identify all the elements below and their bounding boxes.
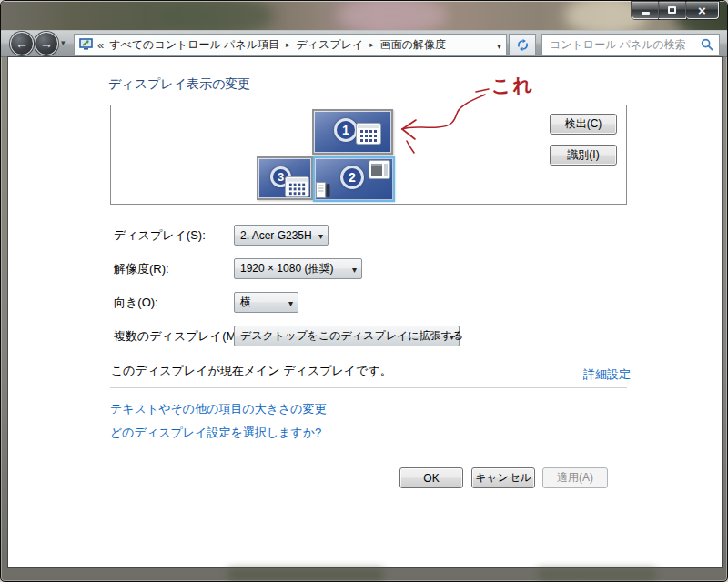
apply-button[interactable]: 適用(A) xyxy=(542,467,608,488)
search-icon[interactable] xyxy=(701,38,713,51)
keypad-icon xyxy=(285,176,309,197)
monitor-2-number: 2 xyxy=(340,166,364,189)
ok-button[interactable]: OK xyxy=(399,467,463,488)
main-display-note: このディスプレイが現在メイン ディスプレイです。 xyxy=(111,363,392,379)
glass-blur-blob xyxy=(228,568,383,581)
minimize-button[interactable] xyxy=(632,2,659,19)
display-select-value: 2. Acer G235H xyxy=(240,229,312,242)
chevron-down-icon: ▾ xyxy=(450,332,454,342)
glass-blur-blob xyxy=(338,1,447,30)
identify-button[interactable]: 識別(I) xyxy=(550,145,617,166)
chevrons-left-icon[interactable]: « xyxy=(97,38,104,52)
keypad-icon xyxy=(356,123,381,145)
search-box xyxy=(541,34,720,55)
chevron-down-icon: ▾ xyxy=(288,298,293,308)
back-icon: ← xyxy=(15,36,28,51)
monitor-2-selected[interactable]: 2 xyxy=(313,156,395,202)
breadcrumb: « すべてのコントロール パネル項目 ▸ ディスプレイ ▸ 画面の解像度 ▾ xyxy=(74,34,507,55)
title-bar xyxy=(1,1,728,30)
which-display-settings-link[interactable]: どのディスプレイ設定を選択しますか? xyxy=(110,425,321,441)
orientation-select[interactable]: 横 ▾ xyxy=(234,292,298,313)
monitor-1-number: 1 xyxy=(334,118,358,142)
close-icon: × xyxy=(698,4,706,17)
search-input[interactable] xyxy=(542,38,701,51)
screen-resolution-icon xyxy=(79,38,94,51)
multiple-displays-label: 複数のディスプレイ(M): xyxy=(114,328,243,345)
forward-button[interactable]: → xyxy=(35,32,58,55)
page-title: ディスプレイ表示の変更 xyxy=(108,76,250,93)
resolution-label: 解像度(R): xyxy=(114,261,169,277)
monitor-1[interactable]: 1 xyxy=(312,109,393,155)
multiple-displays-select-value: デスクトップをこのディスプレイに拡張する xyxy=(240,328,463,344)
screen-resolution-window: × ← → ▾ « すべてのコントロール パネル項目 ▸ ディスプレイ ▸ 画面… xyxy=(0,0,728,582)
advanced-settings-link[interactable]: 詳細設定 xyxy=(583,366,631,383)
text-size-link[interactable]: テキストやその他の項目の大きさの変更 xyxy=(110,401,327,417)
orientation-label: 向き(O): xyxy=(114,295,158,311)
detect-button[interactable]: 検出(C) xyxy=(550,114,617,135)
resolution-select-value: 1920 × 1080 (推奨) xyxy=(240,261,333,276)
window-controls: × xyxy=(632,2,719,19)
glass-blur-blob xyxy=(156,1,274,30)
display-select[interactable]: 2. Acer G235H ▾ xyxy=(234,225,329,246)
window-panel-icon xyxy=(369,160,390,179)
monitor-3[interactable]: 3 xyxy=(257,156,313,200)
breadcrumb-separator-icon: ▸ xyxy=(286,40,290,49)
phone-device-icon xyxy=(316,180,331,200)
navigation-bar: ← → ▾ « すべてのコントロール パネル項目 ▸ ディスプレイ ▸ 画面の解… xyxy=(1,30,728,57)
refresh-button[interactable] xyxy=(509,34,536,55)
maximize-button[interactable] xyxy=(659,2,686,19)
close-button[interactable]: × xyxy=(686,2,719,19)
multiple-displays-select[interactable]: デスクトップをこのディスプレイに拡張する ▾ xyxy=(234,326,460,346)
glass-highlight xyxy=(1,1,728,2)
recent-pages-dropdown[interactable]: ▾ xyxy=(61,38,66,47)
divider xyxy=(110,387,627,388)
breadcrumb-item-display[interactable]: ディスプレイ xyxy=(296,37,363,53)
annotation-kore-text: これ xyxy=(491,72,535,99)
maximize-icon xyxy=(668,6,676,14)
cancel-button[interactable]: キャンセル xyxy=(471,467,535,488)
resolution-select[interactable]: 1920 × 1080 (推奨) ▾ xyxy=(234,258,362,279)
address-dropdown-icon[interactable]: ▾ xyxy=(497,41,501,51)
content-area: ディスプレイ表示の変更 1 3 xyxy=(8,57,722,567)
back-button[interactable]: ← xyxy=(10,32,34,55)
refresh-icon xyxy=(516,38,530,52)
chevron-down-icon: ▾ xyxy=(318,231,323,241)
display-label: ディスプレイ(S): xyxy=(114,227,206,244)
orientation-select-value: 横 xyxy=(240,295,251,310)
breadcrumb-separator-icon: ▸ xyxy=(369,40,374,49)
breadcrumb-item-screen-resolution[interactable]: 画面の解像度 xyxy=(380,37,446,53)
forward-icon: → xyxy=(40,36,53,51)
glass-blur-blob xyxy=(538,568,656,581)
minimize-icon xyxy=(642,12,650,15)
chevron-down-icon: ▾ xyxy=(352,265,357,275)
breadcrumb-item-all-control-panel[interactable]: すべてのコントロール パネル項目 xyxy=(109,37,279,53)
